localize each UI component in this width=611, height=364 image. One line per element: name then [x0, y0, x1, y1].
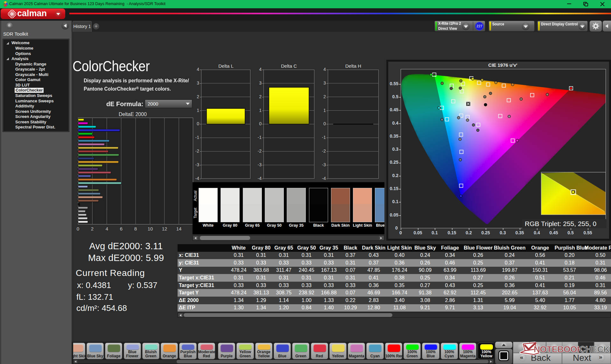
svg-text:Actual: Actual	[193, 190, 198, 201]
svg-text:Target: Target	[193, 208, 198, 218]
svg-text:CHECK: CHECK	[579, 344, 610, 354]
svg-text:NOTEBOOK: NOTEBOOK	[534, 344, 583, 354]
